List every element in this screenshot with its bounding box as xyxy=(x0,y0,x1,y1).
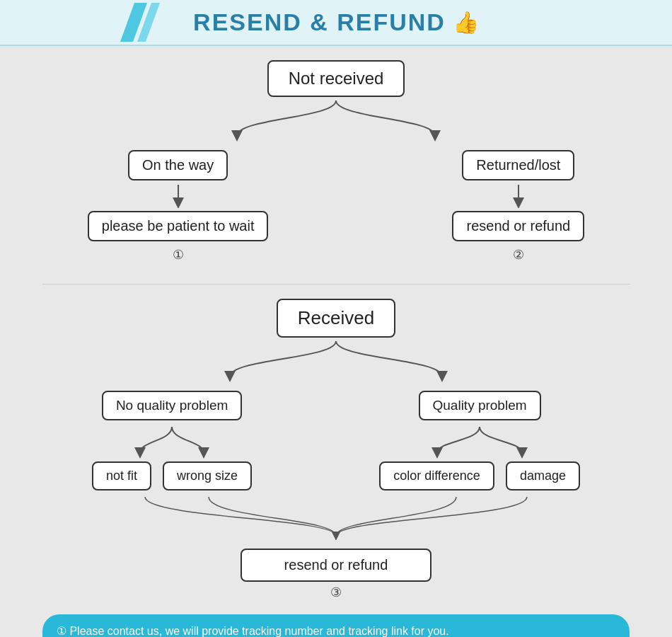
top-branch-arrows xyxy=(88,97,584,147)
received-row: Received xyxy=(277,299,395,338)
bottom-branches-row: No quality problem not fit wrong size xyxy=(92,391,580,490)
not-received-row: Not received xyxy=(267,60,405,97)
wrong-size-box: wrong size xyxy=(163,461,252,490)
returned-lost-box: Returned/lost xyxy=(462,150,574,180)
bottom-result-row: resend or refund xyxy=(241,549,432,582)
returned-lost-branch: Returned/lost resend or refund ② xyxy=(452,150,584,263)
not-fit-box: not fit xyxy=(92,461,151,490)
section-divider xyxy=(42,284,630,285)
info-line-1: ① Please contact us, we will provide tra… xyxy=(57,621,615,637)
bottom-branch-arrows xyxy=(88,338,584,387)
number-1: ① xyxy=(173,247,184,263)
no-quality-box: No quality problem xyxy=(102,391,242,420)
no-quality-branch: No quality problem not fit wrong size xyxy=(92,391,252,490)
header-decoration xyxy=(127,3,153,42)
header: RESEND & REFUND 👍 xyxy=(0,0,672,46)
number-2: ② xyxy=(513,247,524,263)
damage-box: damage xyxy=(506,461,580,490)
converge-arrows xyxy=(71,493,601,543)
thumbs-up-icon: 👍 xyxy=(453,10,479,35)
arrow-down-right xyxy=(501,183,536,208)
top-flow-section: Not received On the way xyxy=(21,60,651,277)
patient-wait-box: please be patient to wait xyxy=(88,211,269,241)
on-the-way-box: On the way xyxy=(128,150,228,180)
quality-branch: Quality problem color difference damage xyxy=(379,391,580,490)
quality-children: color difference damage xyxy=(379,461,580,490)
arrow-down-left xyxy=(161,183,196,208)
color-difference-box: color difference xyxy=(379,461,494,490)
bottom-flow-section: Received No quality problem xyxy=(21,292,651,607)
main-content: Not received On the way xyxy=(0,46,672,637)
top-flow-branches: On the way please be patient to wait ① R… xyxy=(88,150,584,263)
info-section: ① Please contact us, we will provide tra… xyxy=(42,614,630,637)
resend-refund-box-1: resend or refund xyxy=(452,211,584,241)
resend-refund-box-2: resend or refund xyxy=(241,549,432,582)
quality-box: Quality problem xyxy=(419,391,541,420)
number-3: ③ xyxy=(330,585,342,600)
not-received-box: Not received xyxy=(267,60,405,97)
header-title: RESEND & REFUND xyxy=(193,8,446,36)
info-bubble: ① Please contact us, we will provide tra… xyxy=(42,614,630,637)
on-the-way-branch: On the way please be patient to wait ① xyxy=(88,150,269,263)
no-quality-children: not fit wrong size xyxy=(92,461,252,490)
no-quality-sub-arrows xyxy=(101,423,243,459)
received-box: Received xyxy=(277,299,395,338)
quality-sub-arrows xyxy=(391,423,568,459)
